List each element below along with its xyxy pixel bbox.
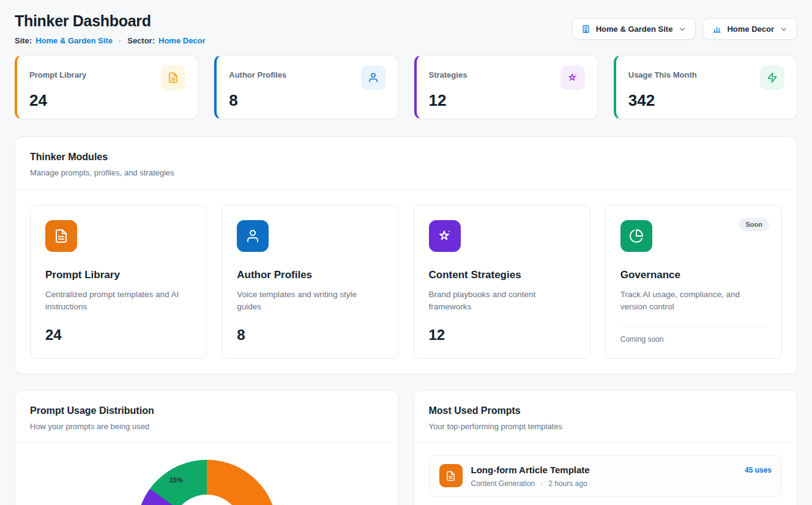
modules-subtitle: Manage prompts, profiles, and strategies	[30, 168, 782, 177]
modules-panel-head: Thinker Modules Manage prompts, profiles…	[15, 137, 797, 190]
star-sparkle-icon	[561, 65, 585, 90]
breadcrumb-separator: ·	[119, 36, 121, 45]
dashboard-page: Thinker Dashboard Site: Home & Garden Si…	[0, 0, 812, 505]
topbar: Thinker Dashboard Site: Home & Garden Si…	[15, 12, 797, 45]
module-count: 12	[429, 326, 575, 344]
most-used-subtitle: Your top-performing prompt templates	[429, 422, 783, 431]
prompts-list: Long-form Article Template Content Gener…	[414, 443, 797, 505]
stat-value: 342	[628, 91, 784, 110]
chevron-down-icon	[678, 25, 687, 34]
module-count: 24	[45, 326, 192, 344]
most-used-head: Most Used Prompts Your top-performing pr…	[414, 391, 797, 442]
prompt-meta: Content Generation · 2 hours ago	[471, 479, 736, 488]
star-sparkle-icon	[429, 220, 461, 252]
most-used-prompts-card: Most Used Prompts Your top-performing pr…	[414, 390, 798, 505]
divider	[15, 442, 398, 443]
document-icon	[45, 220, 77, 252]
donut-chart: 15%	[136, 460, 277, 505]
prompt-timestamp: 2 hours ago	[548, 479, 587, 488]
coming-soon-text: Coming soon	[620, 335, 767, 344]
prompt-list-item[interactable]: Long-form Article Template Content Gener…	[429, 455, 783, 497]
most-used-title: Most Used Prompts	[429, 405, 783, 416]
sector-selector-dropdown[interactable]: Home Decor	[703, 18, 797, 40]
module-card-author-profiles[interactable]: Author Profiles Voice templates and writ…	[222, 205, 398, 359]
prompt-category: Content Generation	[471, 479, 535, 488]
breadcrumb: Site: Home & Garden Site · Sector: Home …	[15, 36, 206, 45]
building-icon	[581, 24, 590, 34]
pie-chart-icon	[620, 220, 652, 252]
document-icon	[439, 464, 463, 487]
prompt-name: Long-form Article Template	[471, 465, 736, 475]
stat-value: 12	[429, 91, 585, 110]
title-block: Thinker Dashboard Site: Home & Garden Si…	[15, 12, 206, 45]
module-title: Author Profiles	[237, 269, 383, 281]
document-icon	[161, 65, 185, 90]
lightning-icon	[760, 65, 784, 90]
stat-card: Author Profiles 8	[214, 55, 398, 119]
modules-grid: Prompt Library Centralized prompt templa…	[15, 190, 797, 374]
module-card-prompt-library[interactable]: Prompt Library Centralized prompt templa…	[30, 205, 207, 359]
module-title: Prompt Library	[45, 269, 192, 281]
site-selector-label: Home & Garden Site	[596, 24, 673, 34]
module-description: Centralized prompt templates and AI inst…	[45, 289, 192, 313]
stat-card: Strategies 12	[414, 55, 598, 119]
stat-label: Author Profiles	[229, 70, 286, 79]
topbar-actions: Home & Garden Site Home Decor	[572, 18, 797, 40]
stat-value: 8	[229, 91, 385, 110]
user-icon	[237, 220, 269, 252]
prompt-usage-head: Prompt Usage Distribution How your promp…	[15, 391, 398, 442]
prompt-item-main: Long-form Article Template Content Gener…	[471, 464, 736, 488]
module-count: 8	[237, 326, 383, 344]
stat-card: Prompt Library 24	[15, 55, 198, 119]
stat-card: Usage This Month 342	[614, 55, 797, 119]
prompt-usage-title: Prompt Usage Distribution	[30, 405, 384, 416]
stats-row: Prompt Library 24 Author Profiles 8 Stra…	[15, 55, 797, 119]
module-card-content-strategies[interactable]: Content Strategies Brand playbooks and c…	[414, 205, 590, 359]
chart-body: 15%	[15, 460, 398, 505]
stat-value: 24	[29, 91, 185, 110]
donut-segment-label: 15%	[169, 476, 183, 484]
user-icon	[361, 65, 386, 90]
modules-panel: Thinker Modules Manage prompts, profiles…	[15, 136, 797, 374]
module-title: Governance	[620, 269, 767, 281]
sector-link[interactable]: Home Decor	[158, 36, 206, 45]
sector-label: Sector:	[127, 36, 155, 45]
soon-badge: Soon	[739, 218, 770, 231]
module-footer: Coming soon	[620, 326, 767, 344]
stat-label: Strategies	[429, 70, 467, 79]
site-selector-dropdown[interactable]: Home & Garden Site	[572, 18, 696, 40]
module-title: Content Strategies	[429, 269, 575, 281]
module-card-governance[interactable]: Soon Governance Track AI usage, complian…	[605, 205, 782, 359]
stat-label: Usage This Month	[628, 70, 697, 79]
chevron-down-icon	[780, 25, 788, 34]
bar-chart-icon	[712, 24, 721, 34]
bottom-row: Prompt Usage Distribution How your promp…	[15, 390, 797, 505]
module-description: Track AI usage, compliance, and version …	[620, 289, 767, 313]
module-description: Brand playbooks and content frameworks	[429, 289, 575, 313]
module-description: Voice templates and writing style guides	[237, 289, 383, 313]
meta-separator: ·	[540, 479, 543, 488]
stat-label: Prompt Library	[29, 70, 86, 79]
site-label: Site:	[15, 36, 32, 45]
sector-selector-label: Home Decor	[727, 24, 774, 34]
prompt-uses-badge: 45 uses	[745, 466, 772, 474]
site-link[interactable]: Home & Garden Site	[35, 36, 113, 45]
page-title: Thinker Dashboard	[15, 12, 206, 30]
modules-title: Thinker Modules	[30, 152, 782, 163]
prompt-usage-card: Prompt Usage Distribution How your promp…	[15, 390, 399, 505]
prompt-usage-subtitle: How your prompts are being used	[30, 422, 384, 431]
